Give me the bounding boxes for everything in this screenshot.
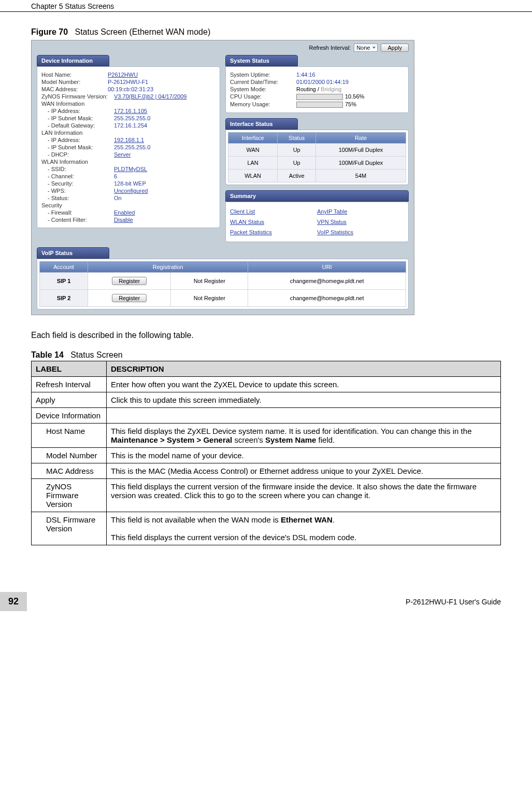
firmware-version-label: ZyNOS Firmware Version: xyxy=(41,93,114,100)
content-filter-label: - Content Filter: xyxy=(48,217,114,223)
table-row: Host NameThis field displays the ZyXEL D… xyxy=(32,424,501,448)
description-table: LABELDESCRIPTION Refresh IntervalEnter h… xyxy=(31,361,501,545)
lan-subnet-value: 255.255.255.0 xyxy=(114,144,150,150)
cpu-bar: 10.56% xyxy=(296,93,364,100)
ssid-value[interactable]: PLDTMyDSL xyxy=(114,166,147,172)
voip-stats-link[interactable]: VoIP Statistics xyxy=(317,229,404,235)
lan-subnet-label: - IP Subnet Mask: xyxy=(48,144,114,150)
channel-value: 6 xyxy=(114,173,117,179)
channel-label: - Channel: xyxy=(48,173,114,179)
wlan-info-label: WLAN Information xyxy=(41,159,108,165)
wps-label: - WPS: xyxy=(48,188,114,194)
interface-status-header: Interface Status xyxy=(225,118,298,130)
security-value: 128-bit WEP xyxy=(114,180,146,187)
firewall-value[interactable]: Enabled xyxy=(114,209,135,216)
security-label: - Security: xyxy=(48,180,114,187)
lan-dhcp-value[interactable]: Server xyxy=(114,151,131,158)
model-number-label: Model Number: xyxy=(41,79,108,85)
host-name-label: Host Name: xyxy=(41,72,108,78)
vpn-status-link[interactable]: VPN Status xyxy=(317,219,404,225)
wan-subnet-value: 255.255.255.0 xyxy=(114,115,150,121)
datetime-value: 01/01/2000 01:44:19 xyxy=(296,79,349,85)
wan-ip-value[interactable]: 172.16.1.105 xyxy=(114,108,147,114)
device-info-header: Device Information xyxy=(37,55,109,66)
memory-bar: 75% xyxy=(296,101,356,108)
voip-status-header: VoIP Status xyxy=(37,247,109,259)
lan-info-label: LAN Information xyxy=(41,130,108,136)
voip-table: AccountRegistrationURI SIP 1RegisterNot … xyxy=(39,261,406,307)
content-filter-value[interactable]: Disable xyxy=(114,217,133,223)
lan-ip-value[interactable]: 192.168.1.1 xyxy=(114,137,144,143)
wan-gateway-value: 172.16.1.254 xyxy=(114,122,147,129)
screenshot-container: Refresh Interval: None Apply Device Info… xyxy=(31,40,414,315)
lan-dhcp-label: - DHCP: xyxy=(48,151,114,158)
cpu-label: CPU Usage: xyxy=(230,93,296,100)
wan-subnet-label: - IP Subnet Mask: xyxy=(48,115,114,121)
refresh-label: Refresh Interval: xyxy=(309,45,351,51)
mac-address-label: MAC Address: xyxy=(41,86,108,92)
host-name-value[interactable]: P2612HWU xyxy=(108,72,138,78)
intro-text: Each field is described in the following… xyxy=(31,331,501,340)
summary-header: Summary xyxy=(225,190,409,202)
uptime-value: 1:44:16 xyxy=(296,72,315,78)
lan-ip-label: - IP Address: xyxy=(48,137,114,143)
firewall-label: - Firewall: xyxy=(48,209,114,216)
table-row: WANUp100M/Full Duplex xyxy=(228,144,406,157)
ssid-label: - SSID: xyxy=(48,166,114,172)
packet-stats-link[interactable]: Packet Statistics xyxy=(230,229,317,235)
model-number-value: P-2612HWU-F1 xyxy=(108,79,148,85)
page-number: 92 xyxy=(0,592,27,611)
table-row: WLANActive54M xyxy=(228,170,406,182)
wlan-status-value: On xyxy=(114,195,122,201)
mac-address-value: 00:19:cb:02:31:23 xyxy=(108,86,153,92)
table-caption: Table 14 Status Screen xyxy=(31,350,501,360)
table-row: SIP 1RegisterNot Registerchangeme@homegw… xyxy=(40,273,406,290)
sysmode-value: Routing / Bridging xyxy=(296,86,341,92)
wan-ip-label: - IP Address: xyxy=(48,108,114,114)
interface-table: InterfaceStatusRate WANUp100M/Full Duple… xyxy=(228,132,406,182)
refresh-interval-select[interactable]: None xyxy=(354,44,378,52)
table-row: ZyNOS Firmware VersionThis field display… xyxy=(32,479,501,512)
wlan-status-link[interactable]: WLAN Status xyxy=(230,219,317,225)
table-row: LANUp100M/Full Duplex xyxy=(228,157,406,170)
table-row: SIP 2RegisterNot Registerchangeme@homegw… xyxy=(40,290,406,307)
wps-value[interactable]: Unconfigured xyxy=(114,188,148,194)
table-row: MAC AddressThis is the MAC (Media Access… xyxy=(32,463,501,479)
table-row: Model NumberThis is the model name of yo… xyxy=(32,448,501,463)
wan-info-label: WAN Information xyxy=(41,101,108,107)
chapter-title: Chapter 5 Status Screens xyxy=(31,2,114,10)
table-row: ApplyClick this to update this screen im… xyxy=(32,392,501,408)
table-row: Device Information xyxy=(32,408,501,424)
guide-name: P-2612HWU-F1 User's Guide xyxy=(406,598,532,606)
register-button[interactable]: Register xyxy=(112,294,147,302)
table-row: DSL Firmware VersionThis field is not av… xyxy=(32,512,501,545)
wlan-status-label: - Status: xyxy=(48,195,114,201)
sysmode-label: System Mode: xyxy=(230,86,296,92)
anyip-table-link[interactable]: AnyIP Table xyxy=(317,208,404,215)
firmware-version-value[interactable]: V3.70(BLF.0)b2 | 04/17/2009 xyxy=(114,93,186,100)
memory-label: Memory Usage: xyxy=(230,101,296,108)
security-section-label: Security xyxy=(41,202,108,208)
register-button[interactable]: Register xyxy=(112,277,147,285)
figure-caption: Figure 70 Status Screen (Ethernet WAN mo… xyxy=(31,27,501,37)
wan-gateway-label: - Default Gateway: xyxy=(48,122,114,129)
table-row: Refresh IntervalEnter how often you want… xyxy=(32,377,501,392)
datetime-label: Current Date/Time: xyxy=(230,79,296,85)
system-status-header: System Status xyxy=(225,55,298,66)
client-list-link[interactable]: Client List xyxy=(230,208,317,215)
uptime-label: System Uptime: xyxy=(230,72,296,78)
apply-button[interactable]: Apply xyxy=(381,44,409,52)
